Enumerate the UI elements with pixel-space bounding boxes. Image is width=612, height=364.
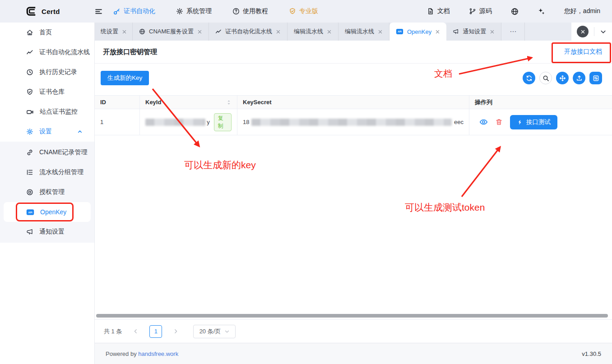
tab-close-icon[interactable]	[197, 29, 202, 34]
tab-cname-service[interactable]: CNAME服务设置	[133, 23, 209, 41]
sidebar-item-cert-repo[interactable]: 证书仓库	[0, 82, 94, 102]
sidebar-item-authorization[interactable]: 授权管理	[0, 182, 94, 202]
api-test-button[interactable]: 接口测试	[510, 115, 557, 129]
tab-label: 证书自动化流水线	[225, 28, 272, 36]
nav-label: 系统管理	[186, 7, 212, 15]
key-icon	[113, 8, 121, 15]
powered-by: Powered by handsfree.work	[106, 350, 178, 357]
page-number-button[interactable]: 1	[149, 325, 162, 338]
sidebar-label: 流水线分组管理	[39, 168, 83, 176]
pagination-bar: 共 1 条 1 20 条/页	[95, 319, 612, 343]
sidebar-item-history[interactable]: 执行历史记录	[0, 62, 94, 82]
cell-keyid: y 复制	[140, 109, 237, 135]
tab-openkey[interactable]: API OpenKey	[389, 23, 446, 41]
nav-item-tutorial[interactable]: 使用教程	[232, 7, 268, 15]
next-page-button[interactable]	[173, 328, 179, 334]
nav-item-cert-automation[interactable]: 证书自动化	[113, 7, 155, 15]
sidebar-item-settings[interactable]: 设置	[0, 122, 94, 142]
bolt-test-icon	[517, 119, 523, 125]
nav-item-system-manage[interactable]: 系统管理	[176, 7, 212, 15]
handsfree-link[interactable]: handsfree.work	[138, 350, 178, 357]
sidebar-item-site-monitor[interactable]: 站点证书监控	[0, 102, 94, 122]
sidebar-item-cert-pipeline[interactable]: 证书自动化流水线	[0, 42, 94, 62]
chevron-right-icon	[173, 328, 179, 334]
cell-id: 1	[95, 109, 140, 135]
content-panel: 开放接口密钥管理 开放接口文档 生成新的Key	[95, 41, 612, 364]
cell-actions: 接口测试	[469, 109, 612, 135]
sidebar-label: 设置	[39, 128, 52, 136]
refresh-button[interactable]	[523, 72, 535, 84]
copy-tag-button[interactable]: 复制	[214, 113, 232, 131]
keysecret-prefix: 18	[243, 119, 249, 125]
chevron-down-icon	[224, 329, 230, 334]
tab-cert-pipeline[interactable]: 证书自动化流水线	[209, 23, 287, 41]
brand-name: Certd	[42, 8, 60, 15]
brand-logo[interactable]: Certd	[0, 5, 95, 17]
api-icon-text: API	[398, 30, 402, 33]
sidebar-item-pipeline-groups[interactable]: 流水线分组管理	[0, 162, 94, 182]
tab-notify-settings[interactable]: 通知设置	[446, 23, 501, 41]
document-icon	[427, 8, 434, 15]
redacted-keysecret	[251, 119, 452, 126]
view-button[interactable]	[479, 118, 488, 126]
tab-system-settings[interactable]: 统设置	[95, 23, 133, 41]
tab-bar: 统设置 CNAME服务设置 证书自动化流水线 编辑流水线	[95, 23, 612, 41]
compact-mode-button[interactable]	[556, 72, 569, 84]
close-all-tabs-button[interactable]	[577, 26, 589, 37]
tab-label: CNAME服务设置	[149, 28, 194, 36]
sidebar-item-cname-records[interactable]: CNAME记录管理	[0, 143, 94, 162]
sidebar-item-notify-settings[interactable]: 通知设置	[0, 222, 94, 242]
open-api-doc-link[interactable]: 开放接口文档	[564, 48, 602, 56]
sidebar-item-openkey[interactable]: API OpenKey	[4, 202, 91, 222]
delete-button[interactable]	[495, 118, 503, 126]
certd-logo-icon	[25, 5, 37, 17]
generate-key-button[interactable]: 生成新的Key	[101, 71, 149, 85]
tab-close-icon[interactable]	[490, 29, 495, 34]
gear-icon	[176, 8, 183, 15]
horizontal-scrollbar[interactable]	[96, 314, 608, 318]
tab-edit-pipeline-1[interactable]: 编辑流水线	[287, 23, 338, 41]
tab-label: 通知设置	[463, 28, 486, 36]
nav-label: 专业版	[299, 7, 318, 15]
nav-item-pro-version[interactable]: 专业版	[289, 7, 318, 15]
prev-page-button[interactable]	[133, 328, 139, 334]
group-list-icon	[26, 169, 33, 176]
powered-by-text: Powered by	[106, 350, 137, 357]
theme-button[interactable]	[538, 8, 545, 15]
tab-more-button[interactable]: ⋯	[501, 23, 525, 41]
columns-settings-button[interactable]	[589, 72, 602, 84]
table-header-row: ID KeyId KeySecret 操作列	[95, 95, 612, 109]
redacted-keyid	[145, 119, 205, 126]
docs-link[interactable]: 文档	[427, 7, 450, 15]
tab-close-icon[interactable]	[378, 29, 383, 34]
tab-label: OpenKey	[407, 28, 431, 35]
sidebar-item-home[interactable]: 首页	[0, 23, 94, 42]
sort-carets-icon[interactable]	[226, 99, 232, 106]
export-button[interactable]	[573, 72, 585, 84]
shield-check-icon	[26, 88, 33, 96]
column-header-keysecret[interactable]: KeySecret	[237, 95, 469, 109]
tab-edit-pipeline-2[interactable]: 编辑流水线	[338, 23, 389, 41]
search-button[interactable]	[539, 72, 552, 84]
chevron-down-icon[interactable]	[600, 28, 607, 35]
user-greeting[interactable]: 您好，admin	[564, 7, 600, 15]
column-header-id[interactable]: ID	[95, 95, 140, 109]
page-size-select[interactable]: 20 条/页	[193, 325, 236, 338]
keyid-suffix: y	[207, 119, 210, 125]
divider	[594, 27, 594, 36]
home-icon	[26, 29, 33, 36]
tab-close-icon[interactable]	[122, 29, 127, 34]
megaphone-icon	[26, 228, 33, 235]
api-badge-icon: API	[396, 28, 403, 35]
language-button[interactable]	[511, 8, 519, 15]
question-circle-icon	[232, 8, 240, 15]
tab-close-icon[interactable]	[327, 29, 332, 34]
source-code-link[interactable]: 源码	[469, 7, 492, 15]
toolbar: 生成新的Key	[95, 64, 612, 92]
git-branch-icon	[469, 8, 476, 15]
tab-close-icon[interactable]	[435, 29, 440, 34]
tab-close-icon[interactable]	[276, 29, 281, 34]
sidebar: 首页 证书自动化流水线 执行历史记录 证书仓库 站点证书监控 设置	[0, 23, 95, 364]
sidebar-collapse-button[interactable]	[95, 8, 102, 15]
column-header-keyid[interactable]: KeyId	[140, 95, 237, 109]
